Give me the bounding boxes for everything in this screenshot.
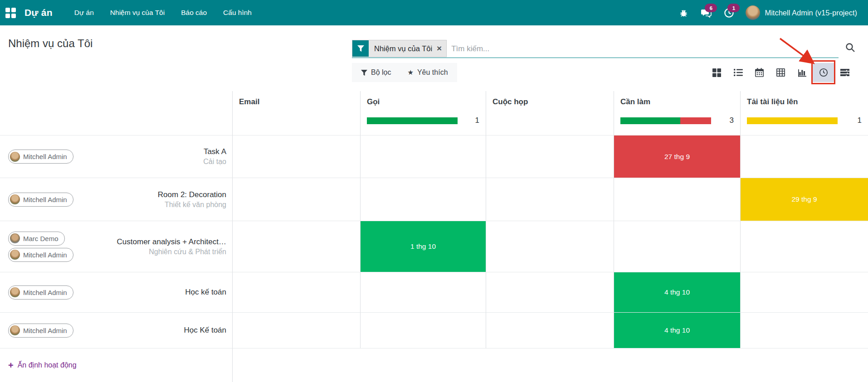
activities-clock-icon[interactable]: 1 (723, 7, 735, 19)
activity-cell-empty (486, 272, 614, 313)
task-title[interactable]: Học kế toán (185, 288, 226, 297)
menu-item-configuration[interactable]: Cấu hình (215, 0, 260, 25)
activity-date-planned[interactable]: 1 thg 10 (361, 221, 486, 272)
favorites-button-label: Yêu thích (417, 68, 448, 77)
count-todo: 3 (726, 116, 734, 125)
activity-cell-empty (361, 313, 486, 348)
activity-cell-empty (741, 313, 868, 348)
grid-footer: + Ấn định hoạt động (0, 348, 233, 382)
schedule-activity-label: Ấn định hoạt động (18, 361, 77, 369)
column-header-meeting: Cuộc họp (486, 91, 614, 135)
filter-toolbar: Bộ lọc ★ Yêu thích (352, 63, 457, 82)
debug-bug-icon[interactable] (678, 7, 689, 19)
progress-bar-upload (747, 117, 838, 124)
activity-date-planned[interactable]: 4 thg 10 (614, 313, 740, 348)
row-header: Mitchell Admin Task A Cải tạo (0, 135, 233, 178)
grid-footer-empty (233, 348, 868, 382)
page-title: Nhiệm vụ của Tôi (8, 37, 93, 50)
search-input[interactable] (447, 44, 839, 57)
favorites-button[interactable]: ★ Yêu thích (401, 63, 454, 82)
activity-cell-empty (614, 221, 741, 272)
assignee-pill: Mitchell Admin (8, 285, 73, 300)
menu-item-my-tasks[interactable]: Nhiệm vụ của Tôi (102, 0, 173, 25)
kanban-view-button[interactable] (706, 63, 727, 82)
search-facet[interactable]: Nhiệm vụ của Tôi × (352, 40, 447, 57)
list-view-button[interactable] (727, 63, 749, 82)
activity-cell-empty (486, 313, 614, 348)
activity-date-planned[interactable]: 4 thg 10 (614, 272, 740, 312)
filter-facet-icon (352, 40, 369, 57)
activity-cell: 4 thg 10 (614, 313, 741, 348)
row-header: Marc Demo Mitchell Admin Customer analys… (0, 221, 233, 272)
activity-cell: 29 thg 9 (741, 178, 868, 221)
assignee-pill: Mitchell Admin (8, 324, 73, 338)
activity-date-today[interactable]: 29 thg 9 (741, 178, 868, 221)
row-header: Mitchell Admin Học Kế toán (0, 313, 233, 348)
calendar-view-button[interactable] (749, 63, 770, 82)
schedule-activity-button[interactable]: + Ấn định hoạt động (8, 361, 77, 370)
column-header-call: Gọi 1 (361, 91, 486, 135)
activity-cell-empty (233, 221, 361, 272)
calendar-icon (755, 68, 764, 77)
activity-view-button[interactable] (813, 63, 834, 82)
assignee-pill: Mitchell Admin (8, 248, 73, 262)
activity-cell-empty (741, 135, 868, 178)
task-title[interactable]: Học Kế toán (184, 326, 226, 335)
activity-cell-empty (741, 272, 868, 313)
column-header-todo: Cần làm 3 (614, 91, 741, 135)
activity-cell-empty (486, 221, 614, 272)
gantt-icon (840, 68, 849, 77)
activity-cell: 4 thg 10 (614, 272, 741, 313)
activity-cell-empty (233, 313, 361, 348)
activity-date-overdue[interactable]: 27 thg 9 (614, 135, 740, 178)
task-project: Nghiên cứu & Phát triển (149, 248, 226, 256)
filters-button-label: Bộ lọc (371, 68, 391, 77)
graph-view-button[interactable] (791, 63, 813, 82)
assignee-avatar (10, 250, 20, 260)
activity-cell-empty (486, 178, 614, 221)
column-header-upload: Tải tài liệu lên 1 (741, 91, 868, 135)
plus-icon: + (8, 361, 14, 370)
task-project: Cải tạo (203, 158, 226, 166)
activity-cell-empty (741, 221, 868, 272)
count-upload: 1 (854, 116, 862, 125)
menu-item-reporting[interactable]: Báo cáo (173, 0, 215, 25)
search-bar: Nhiệm vụ của Tôi × (352, 37, 839, 58)
activity-cell-empty (361, 135, 486, 178)
messages-icon[interactable]: 6 (700, 7, 712, 19)
task-project: Thiết kế văn phòng (165, 201, 226, 209)
control-panel: Nhiệm vụ của Tôi Nhiệm vụ của Tôi × Bộ l… (0, 25, 868, 91)
apps-menu-button[interactable] (0, 0, 21, 25)
activity-cell-empty (361, 178, 486, 221)
kanban-icon (712, 68, 721, 77)
user-name: Mitchell Admin (v15-project) (765, 9, 857, 17)
activity-cell-empty (233, 135, 361, 178)
user-menu[interactable]: Mitchell Admin (v15-project) (746, 5, 857, 20)
search-facet-label: Nhiệm vụ của Tôi (369, 40, 436, 57)
progress-bar-todo (620, 117, 711, 124)
column-header-email: Email (233, 91, 361, 135)
apps-grid-icon (5, 8, 16, 18)
menu-item-project[interactable]: Dự án (66, 0, 102, 25)
facet-remove-icon[interactable]: × (436, 40, 446, 57)
progress-bar-call (367, 117, 458, 124)
activity-cell-empty (486, 135, 614, 178)
gantt-view-button[interactable] (834, 63, 855, 82)
activities-badge: 1 (727, 4, 740, 12)
app-name[interactable]: Dự án (24, 7, 53, 18)
assignee-avatar (10, 152, 20, 162)
activity-cell: 27 thg 9 (614, 135, 741, 178)
task-title[interactable]: Task A (204, 147, 226, 156)
app-window: Dự án Dự án Nhiệm vụ của Tôi Báo cáo Cấu… (0, 0, 868, 382)
graph-icon (798, 68, 807, 77)
user-avatar (746, 5, 760, 20)
filters-button[interactable]: Bộ lọc (355, 63, 397, 82)
view-switcher (706, 63, 855, 82)
activity-cell-empty (614, 178, 741, 221)
assignee-avatar (10, 194, 20, 204)
search-icon[interactable] (845, 43, 855, 54)
top-navbar: Dự án Dự án Nhiệm vụ của Tôi Báo cáo Cấu… (0, 0, 868, 25)
pivot-view-button[interactable] (770, 63, 791, 82)
task-title[interactable]: Room 2: Decoration (158, 190, 226, 199)
task-title[interactable]: Customer analysis + Architect… (117, 237, 226, 247)
